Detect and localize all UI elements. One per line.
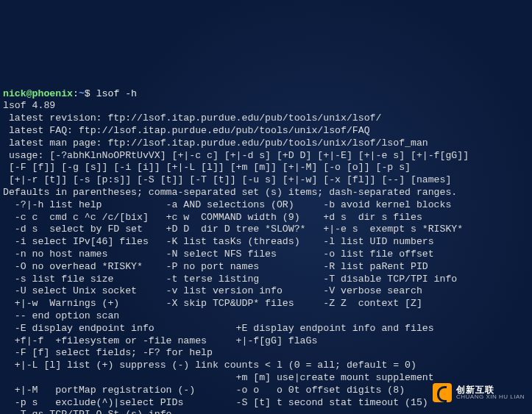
prompt-userhost: nick@phoenix xyxy=(3,88,73,99)
output-line: -E display endpoint info +E display endp… xyxy=(3,323,434,334)
output-line: [-F [f]] [-g [s]] [-i [i]] [+|-L [l]] [+… xyxy=(3,162,411,173)
output-line: -O no overhead *RISKY* -P no port names … xyxy=(3,261,428,272)
output-line: +|-L [l] list (+) suppress (-) link coun… xyxy=(3,360,416,371)
prompt-line[interactable]: nick@phoenix:~$ lsof -h xyxy=(3,88,137,99)
prompt-sigil: $ xyxy=(85,88,96,99)
output-line: -p s exclude(^)|select PIDs -S [t] t sec… xyxy=(3,397,428,408)
output-line: Defaults in parentheses; comma-separated… xyxy=(3,187,457,198)
output-line: latest FAQ: ftp://lsof.itap.purdue.edu/p… xyxy=(3,125,370,136)
output-line: -T qs TCP/TPI Q,St (s) info xyxy=(3,409,172,414)
output-line: [+|-r [t]] [-s [p:s]] [-S [t]] [-T [t]] … xyxy=(3,174,451,185)
prompt-path: ~ xyxy=(79,88,85,99)
watermark-text: 创新互联 CHUANG XIN HU LIAN xyxy=(456,385,525,400)
output-line: usage: [-?abhKlnNoOPRtUvVX] [+|-c c] [+|… xyxy=(3,150,469,161)
output-line: latest revision: ftp://lsof.itap.purdue.… xyxy=(3,113,381,124)
watermark: 创新互联 CHUANG XIN HU LIAN xyxy=(433,383,525,402)
watermark-en: CHUANG XIN HU LIAN xyxy=(456,394,525,400)
output-line: -?|-h list help -a AND selections (OR) -… xyxy=(3,199,451,210)
watermark-logo-icon xyxy=(433,383,452,402)
output-line: +m [m] use|create mount supplement xyxy=(3,372,434,383)
output-line: +|-M portMap registration (-) -o o o 0t … xyxy=(3,385,405,396)
command-input[interactable]: lsof -h xyxy=(96,88,137,99)
output-line: latest man page: ftp://lsof.itap.purdue.… xyxy=(3,138,428,149)
terminal-output: nick@phoenix:~$ lsof -h lsof 4.89 latest… xyxy=(0,74,532,414)
output-line: -U select Unix socket -v list version in… xyxy=(3,285,422,296)
output-line: -n no host names -N select NFS files -o … xyxy=(3,249,434,260)
output-line: +|-w Warnings (+) -X skip TCP&UDP* files… xyxy=(3,298,422,309)
output-line: -s list file size -t terse listing -T di… xyxy=(3,274,457,285)
output-line: lsof 4.89 xyxy=(3,100,55,111)
output-line: -i select IPv[46] files -K list tasKs (t… xyxy=(3,236,434,247)
output-line: -c c cmd c ^c /c/[bix] +c w COMMAND widt… xyxy=(3,212,422,223)
output-line: -d s select by FD set +D D dir D tree *S… xyxy=(3,224,463,235)
prompt-sep: : xyxy=(73,88,79,99)
output-line: -- end option scan xyxy=(3,310,119,321)
output-line: -F [f] select fields; -F? for help xyxy=(3,347,213,358)
output-line: +f|-f +filesystem or -file names +|-f[gG… xyxy=(3,335,317,346)
